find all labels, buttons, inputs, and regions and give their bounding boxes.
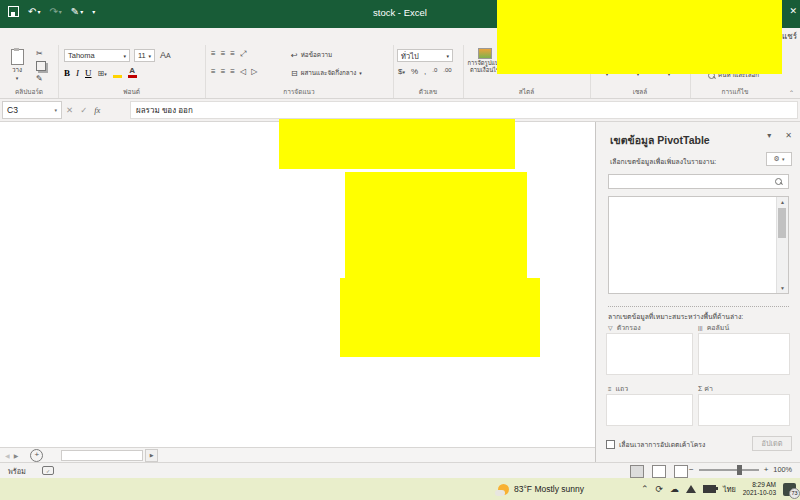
sheet-nav: ◀ ▶ [0,448,24,462]
language-indicator[interactable]: ไทย [723,484,736,495]
weather-icon [498,484,509,495]
increase-decimal-icon[interactable]: .0 [432,67,437,76]
clipboard-small-buttons: ✂ ✎ [36,49,46,83]
number-format-select[interactable]: ทั่วไป▾ [397,49,453,62]
annotation-note-2 [345,172,527,282]
pane-tools-button[interactable]: ⚙▾ [766,152,792,166]
annotation-note-3 [340,278,540,357]
rows-area-label: แถว [616,383,629,394]
underline-button[interactable]: U [85,68,92,78]
bold-button[interactable]: B [64,68,70,78]
name-box[interactable]: C3 ▾ [2,101,62,119]
grow-font-icon[interactable]: AA [160,50,171,60]
taskbar-clock[interactable]: 8:29 AM 2021-10-03 [743,481,776,498]
gear-icon: ⚙ [774,155,780,163]
columns-area-label: คอลัมน์ [707,322,730,333]
italic-button[interactable]: I [76,68,79,78]
align-top-icon[interactable]: ≡ [211,49,216,59]
align-center-icon[interactable]: ≡ [221,67,226,76]
page-break-view-icon[interactable] [674,465,688,478]
weather-widget[interactable]: 83°F Mostly sunny [498,480,584,498]
status-bar: พร้อม ✓ − + 100% [0,462,800,478]
battery-icon[interactable] [703,485,716,493]
format-painter-icon[interactable]: ✎ [36,74,46,83]
fill-color-icon[interactable] [113,67,122,78]
borders-icon[interactable]: ⊞▾ [98,69,107,78]
pane-options-icon[interactable]: ▾ [767,131,771,140]
notification-icon[interactable]: 73 [783,483,796,496]
pane-top-buttons: ▾ ✕ [767,131,792,140]
copy-icon[interactable] [36,61,46,71]
font-group-label: ฟอนต์ [58,87,205,97]
sync-icon[interactable]: ⟳ [655,484,663,494]
hscroll-right-icon[interactable]: ▶ [145,449,158,462]
scroll-down-icon[interactable]: ▼ [777,283,788,293]
search-input[interactable] [609,177,775,186]
field-list-scrollbar[interactable]: ▲ ▼ [776,197,788,293]
wifi-icon[interactable] [686,485,696,493]
percent-icon[interactable]: % [411,67,418,76]
pane-close-icon[interactable]: ✕ [785,131,792,140]
filters-area-header: ▽ ตัวกรอง [608,322,641,333]
confirm-entry-icon[interactable]: ✓ [80,105,87,115]
align-right-icon[interactable]: ≡ [230,67,235,76]
zoom-out-icon[interactable]: − [689,465,694,474]
annotation-note-1 [279,119,515,169]
align-middle-icon[interactable]: ≡ [221,49,226,59]
increase-indent-icon[interactable]: ▷ [251,67,257,76]
font-name-select[interactable]: Tahoma▾ [64,49,130,62]
normal-view-icon[interactable] [630,465,644,478]
filter-icon: ▽ [608,324,613,331]
defer-label: เลื่อนเวลาการอัปเดตเค้าโครง [619,439,705,450]
wrap-text-label: ห่อข้อความ [301,50,332,60]
scrollbar-thumb[interactable] [778,208,786,238]
hidden-icons-chevron[interactable]: ⌃ [641,484,649,494]
filters-area-well[interactable] [606,333,693,375]
currency-icon[interactable]: $▾ [398,67,405,76]
rows-area-well[interactable] [606,394,693,426]
font-size-select[interactable]: 11▾ [134,49,155,62]
zoom-in-icon[interactable]: + [764,465,769,474]
close-button[interactable]: ✕ [789,6,797,16]
cut-icon[interactable]: ✂ [36,49,46,58]
onedrive-cloud-icon[interactable]: ☁ [670,484,679,494]
values-area-well[interactable] [698,394,790,426]
namebox-dropdown-icon[interactable]: ▾ [54,107,57,113]
field-list: ▲ ▼ [608,196,789,294]
font-color-icon[interactable]: A [128,67,137,78]
orientation-icon[interactable]: ⤢ [240,49,246,59]
comma-icon[interactable]: , [424,67,426,76]
scroll-up-icon[interactable]: ▲ [777,197,788,207]
zoom-slider-thumb[interactable] [737,465,742,475]
decrease-decimal-icon[interactable]: .00 [443,67,451,76]
update-button[interactable]: อัปเดต [752,436,792,451]
paste-button[interactable]: วาง ▾ [5,49,29,81]
merge-center-button[interactable]: ⊟ ผสานและจัดกึ่งกลาง ▾ [291,68,362,78]
sheet-nav-left-icon[interactable]: ◀ [5,452,10,459]
insert-function-icon[interactable]: fx [94,105,100,115]
new-sheet-button[interactable]: + [30,449,43,462]
columns-area-well[interactable] [698,333,790,375]
search-icon [775,178,782,185]
accessibility-icon[interactable]: ✓ [42,466,54,475]
page-layout-view-icon[interactable] [652,465,666,478]
collapse-ribbon-icon[interactable]: ⌃ [789,89,794,96]
align-bottom-icon[interactable]: ≡ [230,49,235,59]
columns-icon: ||| [698,325,703,331]
system-tray: ⌃ ⟳ ☁ ไทย 8:29 AM 2021-10-03 73 [641,478,800,500]
values-area-label: Σ ค่า [698,383,713,394]
sheet-nav-right-icon[interactable]: ▶ [14,452,19,459]
clipboard-group-label: คลิปบอร์ด [0,87,58,97]
align-left-icon[interactable]: ≡ [211,67,216,76]
decrease-indent-icon[interactable]: ◁ [240,67,246,76]
conditional-formatting-icon [478,48,492,59]
cancel-entry-icon[interactable]: ✕ [66,105,73,115]
zoom-slider[interactable] [699,469,759,471]
shrink-font-icon[interactable]: A [166,52,171,59]
formula-input[interactable]: ผลรวม ของ ออก [130,101,798,119]
defer-checkbox[interactable] [606,440,615,449]
wrap-text-button[interactable]: ↩ ห่อข้อความ [291,50,332,60]
horizontal-scrollbar[interactable] [61,450,143,461]
number-format-value: ทั่วไป [401,50,419,62]
zoom-percentage[interactable]: 100% [773,465,792,474]
